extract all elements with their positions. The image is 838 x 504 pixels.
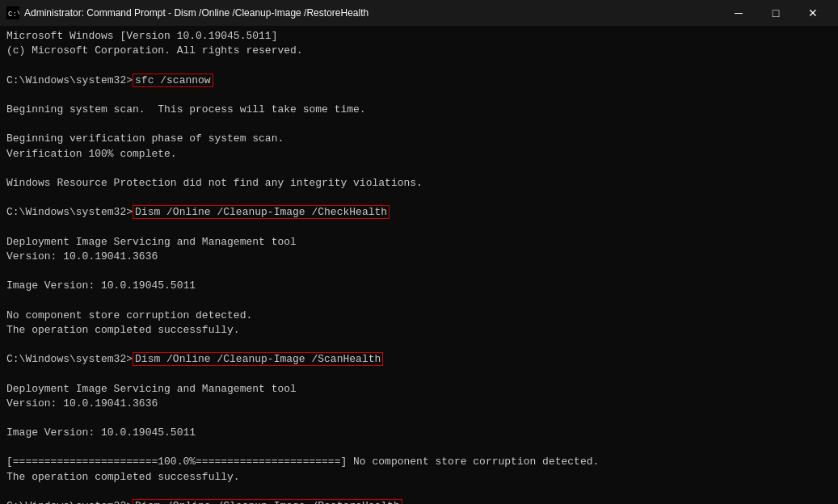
terminal-text-line: Version: 10.0.19041.3636 <box>6 250 832 264</box>
blank-line <box>6 440 832 455</box>
terminal-text-line: Deployment Image Servicing and Managemen… <box>6 235 832 250</box>
close-button[interactable]: ✕ <box>794 0 832 26</box>
terminal-text-line: Microsoft Windows [Version 10.0.19045.50… <box>6 29 832 44</box>
blank-line <box>6 88 832 103</box>
terminal-text-line: Verification 100% complete. <box>6 147 832 162</box>
terminal-text-line: Image Version: 10.0.19045.5011 <box>6 279 832 293</box>
blank-line <box>6 338 832 352</box>
prompt-text: C:\Windows\system32> <box>6 500 133 504</box>
terminal-text-line: The operation completed successfully. <box>6 470 832 485</box>
blank-line <box>6 58 832 73</box>
terminal-command-line: C:\Windows\system32>Dism /Online /Cleanu… <box>6 352 832 367</box>
blank-line <box>6 485 832 499</box>
title-bar-controls: ─ □ ✕ <box>720 0 832 26</box>
prompt-text: C:\Windows\system32> <box>6 206 133 218</box>
blank-line <box>6 264 832 279</box>
svg-text:C:\: C:\ <box>8 10 19 19</box>
terminal-text-line: Windows Resource Protection did not find… <box>6 176 832 191</box>
command-text: Dism /Online /Cleanup-Image /CheckHealth <box>133 205 390 219</box>
blank-line <box>6 191 832 205</box>
terminal-command-line: C:\Windows\system32>sfc /scannow <box>6 74 832 88</box>
terminal-text-line: Deployment Image Servicing and Managemen… <box>6 382 832 397</box>
command-text: Dism /Online /Cleanup-Image /ScanHealth <box>133 352 383 366</box>
cmd-icon: C:\ <box>6 6 19 19</box>
terminal-text-line: Version: 10.0.19041.3636 <box>6 397 832 411</box>
terminal-text-line: Image Version: 10.0.19045.5011 <box>6 426 832 440</box>
maximize-button[interactable]: □ <box>757 0 794 26</box>
blank-line <box>6 367 832 381</box>
terminal-text-line: Beginning system scan. This process will… <box>6 103 832 117</box>
terminal-text-line: The operation completed successfully. <box>6 323 832 338</box>
prompt-text: C:\Windows\system32> <box>6 353 133 365</box>
title-bar-left: C:\ Administrator: Command Prompt - Dism… <box>6 6 368 19</box>
terminal-text-line: [=======================100.0%==========… <box>6 455 832 469</box>
terminal-command-line: C:\Windows\system32>Dism /Online /Cleanu… <box>6 499 832 504</box>
terminal-output: Microsoft Windows [Version 10.0.19045.50… <box>0 26 838 504</box>
minimize-button[interactable]: ─ <box>720 0 757 26</box>
terminal-text-line: No component store corruption detected. <box>6 309 832 323</box>
command-text: Dism /Online /Cleanup-Image /RestoreHeal… <box>133 499 402 504</box>
prompt-text: C:\Windows\system32> <box>6 74 133 86</box>
blank-line <box>6 220 832 234</box>
terminal-command-line: C:\Windows\system32>Dism /Online /Cleanu… <box>6 205 832 220</box>
terminal-text-line: Beginning verification phase of system s… <box>6 132 832 146</box>
blank-line <box>6 162 832 176</box>
title-bar: C:\ Administrator: Command Prompt - Dism… <box>0 0 838 26</box>
blank-line <box>6 411 832 426</box>
window-title: Administrator: Command Prompt - Dism /On… <box>24 7 368 19</box>
command-text: sfc /scannow <box>133 74 213 87</box>
blank-line <box>6 293 832 308</box>
terminal-text-line: (c) Microsoft Corporation. All rights re… <box>6 44 832 58</box>
blank-line <box>6 117 832 132</box>
